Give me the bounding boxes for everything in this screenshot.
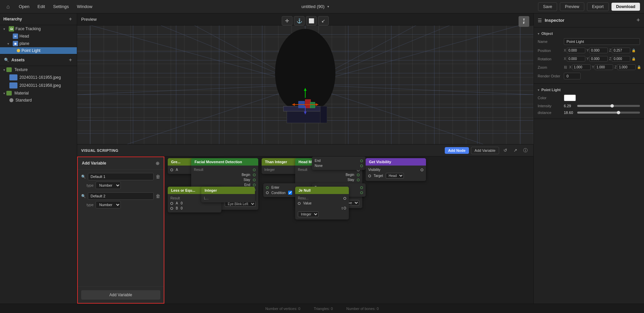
rot-x-input[interactable] xyxy=(567,56,585,62)
var1-type-select[interactable]: Number Boolean String xyxy=(96,182,121,189)
distance-field: distance 18.60 xyxy=(534,109,644,116)
search-icon[interactable]: 🔍 xyxy=(3,57,9,63)
intensity-fill xyxy=(577,105,612,107)
var1-name-input[interactable] xyxy=(88,173,154,180)
var1-delete-button[interactable]: 🗑 xyxy=(156,174,160,179)
preview-button[interactable]: Preview xyxy=(560,2,584,11)
distance-thumb[interactable] xyxy=(617,111,620,114)
var2-name-row: 🔍 🗑 xyxy=(81,192,160,200)
anchor-tool-button[interactable]: ⚓ xyxy=(294,16,305,25)
asset-item-img2[interactable]: 20240311-161958.jpeg xyxy=(0,81,77,89)
position-xyz: X Y Z 🔒 xyxy=(564,48,636,53)
distance-slider[interactable] xyxy=(577,112,640,114)
main-layout: Hierarchy + ▾ 🗂 Face Tracking H Head ▾ ▣… xyxy=(0,13,644,304)
rotation-field: Rotation X Y Z 🔒 xyxy=(534,55,644,63)
rot-z-input[interactable] xyxy=(612,56,630,62)
render-order-input[interactable] xyxy=(564,73,581,79)
add-var-close-button[interactable]: ⊕ xyxy=(156,161,160,166)
node-jn-body: Resu... Value t O Integer xyxy=(295,194,349,220)
asset-group-material-header[interactable]: ▾ Material xyxy=(0,89,77,97)
arrow-face-tracking: ▾ xyxy=(3,27,7,31)
node-end-none: End None xyxy=(312,156,366,170)
condition-checkbox[interactable] xyxy=(288,191,292,195)
rot-y-input[interactable] xyxy=(589,56,608,62)
node-facial-begin-row: Begin xyxy=(194,172,256,177)
port-facial-stay xyxy=(253,179,256,181)
preview-toolbar: ✛ ⚓ ⬜ ↙ xyxy=(282,16,329,25)
zoom-z-input[interactable] xyxy=(617,64,636,70)
menu-bar: Open Edit Settings Window xyxy=(19,4,92,9)
menu-open[interactable]: Open xyxy=(19,4,30,9)
info-icon[interactable]: ⓘ xyxy=(521,146,529,154)
tree-face-tracking[interactable]: ▾ 🗂 Face Tracking xyxy=(0,25,77,33)
save-button[interactable]: Save xyxy=(538,2,557,11)
zoom-y-coord: Y xyxy=(592,64,613,70)
menu-settings[interactable]: Settings xyxy=(53,4,69,9)
frame-tool-button[interactable]: ⬜ xyxy=(306,16,317,25)
rotation-label: Rotation xyxy=(538,57,561,61)
folder-icon: 🗂 xyxy=(9,26,14,32)
node-gv-body: Visibility Target Head xyxy=(366,166,426,181)
zoom-field: Zoom ⛓ X Y Z 🔒 xyxy=(534,63,644,71)
rotate-tool-button[interactable]: ↙ xyxy=(318,16,329,25)
color-swatch[interactable] xyxy=(564,95,576,101)
pl-section-header[interactable]: ▾ Point Light xyxy=(534,86,644,93)
pos-lock-icon: 🔒 xyxy=(632,49,636,52)
pos-y-input[interactable] xyxy=(589,48,608,53)
intensity-value: 6.29 xyxy=(564,104,576,108)
inspector-add-button[interactable]: + xyxy=(636,17,640,24)
port-facial-begin xyxy=(253,174,256,176)
color-label: Color xyxy=(538,96,561,100)
tree-head[interactable]: H Head xyxy=(0,33,77,40)
var2-name-input[interactable] xyxy=(88,192,154,200)
variable-list: 🔍 🗑 type Number Boolean String xyxy=(78,170,164,287)
node-en-body: End None xyxy=(312,156,366,170)
assets-add-button[interactable]: + xyxy=(67,57,73,63)
add-node-button[interactable]: Add Node xyxy=(445,147,469,154)
jn-integer-select[interactable]: Integer xyxy=(298,211,319,217)
menu-edit[interactable]: Edit xyxy=(38,4,45,9)
preview-canvas[interactable] xyxy=(77,25,533,144)
node-loe-b: B 0 xyxy=(170,206,219,211)
tree-point-light[interactable]: Point Light xyxy=(0,47,77,54)
pos-x-input[interactable] xyxy=(567,48,585,53)
refresh-icon[interactable]: ↺ xyxy=(501,146,509,154)
vs-actions: Add Node Add Variable ↺ ↗ ⓘ xyxy=(445,146,529,154)
hierarchy-add-button[interactable]: + xyxy=(67,16,73,22)
vs-canvas[interactable]: Gre... A Facial Movement Detection Res xyxy=(164,156,533,304)
render-order-field: Render Order xyxy=(534,71,644,81)
name-input[interactable] xyxy=(564,38,640,45)
asset-group-texture-header[interactable]: ▾ Texture xyxy=(0,66,77,73)
move-tool-button[interactable]: ✛ xyxy=(282,16,292,25)
intensity-thumb[interactable] xyxy=(610,104,614,108)
zoom-x-input[interactable] xyxy=(572,64,591,70)
asset-item-img1[interactable]: 20240311-161955.jpeg xyxy=(0,73,77,81)
export-button[interactable]: Export xyxy=(587,2,609,11)
node-gv-visibility-row: Visibility xyxy=(368,167,423,172)
tree-plane[interactable]: ▾ ▣ plane xyxy=(0,40,77,47)
tree-label-point-light: Point Light xyxy=(21,48,41,53)
object-section-header[interactable]: ▾ Object xyxy=(534,30,644,37)
download-button[interactable]: Download xyxy=(611,3,640,11)
menu-window[interactable]: Window xyxy=(77,4,92,9)
img2-thumbnail xyxy=(9,82,17,88)
node-facial-result-row: Result xyxy=(194,167,256,172)
zoom-y-input[interactable] xyxy=(595,64,613,70)
add-variable-button[interactable]: Add Variable xyxy=(471,147,499,154)
var2-type-select[interactable]: Number Boolean String xyxy=(96,201,121,208)
title-dropdown-icon[interactable]: ▾ xyxy=(327,5,329,8)
node-jn-result: Resu... xyxy=(298,196,346,201)
vs-content: Add Variable ⊕ 🔍 🗑 type xyxy=(77,156,533,304)
port-enter xyxy=(266,186,269,189)
rot-z-label: Z xyxy=(609,57,611,61)
add-variable-footer-button[interactable]: Add Variable xyxy=(81,290,160,300)
intensity-slider[interactable] xyxy=(577,105,640,107)
var2-delete-button[interactable]: 🗑 xyxy=(156,193,160,199)
export-icon[interactable]: ↗ xyxy=(511,146,519,154)
zoom-x-coord: X xyxy=(569,64,591,70)
pos-z-input[interactable] xyxy=(612,48,630,53)
gv-target-select[interactable]: Head xyxy=(386,173,404,179)
arrow-plane: ▾ xyxy=(7,42,11,46)
home-icon[interactable]: ⌂ xyxy=(4,3,12,11)
asset-item-standard[interactable]: Standard xyxy=(0,97,77,104)
